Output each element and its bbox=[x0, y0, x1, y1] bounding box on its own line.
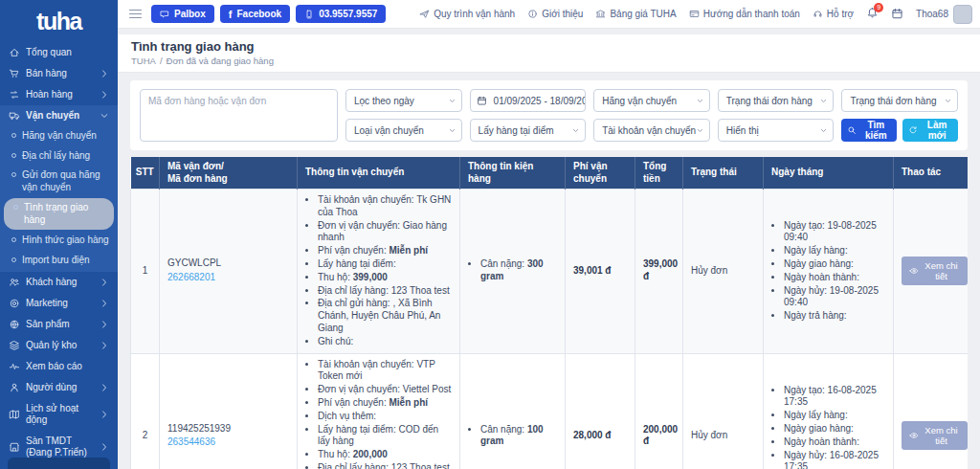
topbar-link-gioi-thieu[interactable]: Giới thiệu bbox=[527, 9, 583, 19]
order-code-link[interactable]: 262668201 bbox=[167, 272, 215, 284]
column-header: STT bbox=[131, 157, 160, 190]
select-value: Trạng thái đơn hàng bbox=[850, 96, 936, 106]
search-button[interactable]: Tìm kiếm bbox=[841, 119, 897, 142]
topbar-link-ho-tro[interactable]: Hỗ trợ bbox=[813, 9, 854, 19]
chevr-icon bbox=[99, 89, 110, 100]
sidebar-item-label: Marketing bbox=[26, 298, 93, 309]
info-line: Phí vận chuyển: Miễn phí bbox=[318, 397, 452, 410]
sidebar-item-label: Người dùng bbox=[26, 382, 93, 393]
sidebar-item-label: Tổng quan bbox=[26, 47, 110, 58]
sidebar-item-label: Sàn TMDT (Đang P.Triển) bbox=[26, 436, 93, 458]
calendar-button[interactable] bbox=[891, 8, 903, 20]
link-label: Bảng giá TUHA bbox=[610, 9, 676, 19]
sidebar-subitem-label: Địa chỉ lấy hàng bbox=[22, 150, 90, 163]
search-button-label: Tìm kiếm bbox=[860, 120, 891, 141]
topbar: PalboxfFacebook03.9557.9557 Quy trình vậ… bbox=[118, 0, 980, 29]
sidebar-item-label: Quản lý kho bbox=[26, 340, 93, 351]
view-details-button[interactable]: Xem chi tiết bbox=[902, 421, 968, 450]
info-line: Cân nặng: 100 gram bbox=[480, 424, 557, 449]
sidebar-footer-panel[interactable] bbox=[8, 458, 110, 469]
topbar-link-bang-gia-tuha[interactable]: Bảng giá TUHA bbox=[595, 9, 676, 19]
select-tai-khoan-van-chuyen[interactable]: Tài khoản vận chuyển bbox=[593, 119, 710, 142]
tuha-logo: tuha bbox=[0, 0, 118, 42]
info-line: Ngày hoàn thành: bbox=[784, 436, 885, 449]
order-code-link[interactable]: 263544636 bbox=[167, 436, 215, 449]
sidebar-item-van-chuyen[interactable]: Vận chuyển bbox=[0, 105, 118, 126]
users-icon bbox=[9, 277, 20, 288]
sidebar-menu: Tổng quanBán hàngHoàn hàngVận chuyểnHãng… bbox=[0, 42, 118, 469]
card-icon bbox=[689, 9, 700, 19]
breadcrumb-root[interactable]: TUHA bbox=[131, 56, 156, 66]
info-line: Đơn vị vận chuyển: Giao hàng nhanh bbox=[318, 220, 452, 245]
cell-shipping-fee: 39,001 đ bbox=[566, 190, 635, 354]
refresh-button[interactable]: Làm mới bbox=[902, 119, 958, 142]
sidebar-item-ban-hang[interactable]: Bán hàng bbox=[0, 63, 118, 84]
phone-button[interactable]: 03.9557.9557 bbox=[296, 5, 386, 23]
user-menu[interactable]: Thoa68 bbox=[916, 5, 972, 24]
cell-total: 399,000 đ bbox=[635, 190, 683, 354]
sidebar-item-tinh-trang-giao-hang[interactable]: Tình trạng giao hàng bbox=[4, 198, 114, 230]
select-loc-theo-ngay[interactable]: Lọc theo ngày bbox=[345, 89, 462, 112]
topbar-link-huong-dan-thanh-toan[interactable]: Hướng dẫn thanh toán bbox=[689, 9, 800, 19]
chev-icon bbox=[944, 97, 952, 105]
circle-bullet-icon bbox=[11, 257, 16, 262]
notifications-button[interactable]: 9 bbox=[866, 7, 879, 21]
sidebar-item-dia-chi-lay-hang[interactable]: Địa chỉ lấy hàng bbox=[0, 146, 118, 167]
sidebar-item-hang-van-chuyen[interactable]: Hãng vận chuyển bbox=[0, 126, 118, 146]
select-hang-van-chuyen[interactable]: Hãng vận chuyển bbox=[593, 89, 710, 112]
info-line: Đơn vị vận chuyển: Viettel Post bbox=[318, 384, 452, 396]
table-body: 1GYCWLCPL262668201Tài khoản vận chuyển: … bbox=[131, 190, 969, 469]
button-label: Palbox bbox=[174, 9, 206, 19]
sidebar-item-hinh-thuc-giao-hang[interactable]: Hình thức giao hàng bbox=[0, 231, 118, 251]
column-header: Phí vận chuyển bbox=[566, 157, 635, 190]
sidebar-item-xem-bao-cao[interactable]: Xem báo cáo bbox=[0, 356, 118, 377]
sidebar-item-import-buu-dien[interactable]: Import bưu điện bbox=[0, 251, 118, 271]
rocket-icon bbox=[419, 9, 430, 19]
view-details-button[interactable]: Xem chi tiết bbox=[902, 257, 968, 285]
facebook-icon: f bbox=[229, 10, 233, 19]
sidebar-group-van-chuyen: Vận chuyểnHãng vận chuyểnĐịa chỉ lấy hàn… bbox=[0, 105, 118, 272]
chev-icon bbox=[448, 97, 457, 105]
search-input[interactable] bbox=[140, 89, 338, 142]
sidebar-item-quan-ly-kho[interactable]: Quản lý kho bbox=[0, 335, 118, 356]
date-range-input[interactable]: 01/09/2025 - 18/09/2025 bbox=[470, 89, 587, 112]
column-header: Thông tin vận chuyển bbox=[298, 157, 460, 190]
sidebar-item-nguoi-dung[interactable]: Người dùng bbox=[0, 377, 118, 398]
select-lay-hang-tai-diem[interactable]: Lấy hàng tại điểm bbox=[470, 119, 587, 142]
info-icon bbox=[527, 9, 538, 19]
topbar-link-quy-trinh-van-hanh[interactable]: Quy trình vận hành bbox=[419, 9, 515, 19]
chevr-icon bbox=[99, 409, 110, 420]
sidebar-item-gui-don-qua-hang-van-chuyen[interactable]: Gửi đơn qua hãng vận chuyển bbox=[0, 166, 118, 197]
sidebar-item-marketing[interactable]: Marketing bbox=[0, 293, 118, 314]
sidebar-item-label: Khách hàng bbox=[26, 277, 93, 288]
hamburger-menu-icon[interactable] bbox=[127, 7, 144, 22]
palbox-button[interactable]: Palbox bbox=[151, 5, 214, 23]
facebook-button[interactable]: fFacebook bbox=[220, 5, 290, 23]
cell-package-info: Cân nặng: 300 gram bbox=[460, 190, 566, 354]
cell-stt: 1 bbox=[131, 190, 160, 354]
sidebar-item-tong-quan[interactable]: Tổng quan bbox=[0, 42, 118, 63]
column-header: Thông tin kiện hàng bbox=[460, 157, 566, 190]
date-range-value: 01/09/2025 - 18/09/2025 bbox=[494, 96, 587, 106]
chevr-icon bbox=[99, 340, 110, 351]
sidebar-item-san-pham[interactable]: Sản phẩm bbox=[0, 314, 118, 335]
sidebar-item-label: Bán hàng bbox=[26, 68, 93, 79]
cell-shipping-info: Tài khoản vận chuyển: Tk GHN của ThoaĐơn… bbox=[298, 190, 460, 354]
select-hien-thi[interactable]: Hiển thị bbox=[718, 119, 835, 142]
select-trang-thai-don-hang-2[interactable]: Trạng thái đơn hàng bbox=[841, 89, 958, 112]
select-value: Loại vận chuyển bbox=[354, 125, 424, 136]
sidebar-item-lich-su-hoat-dong[interactable]: Lịch sử hoạt động bbox=[0, 398, 118, 431]
page-title: Tình trạng giao hàng bbox=[131, 39, 967, 54]
column-header: Ngày tháng bbox=[764, 157, 894, 190]
select-trang-thai-don-hang-1[interactable]: Trạng thái đơn hàng bbox=[718, 89, 835, 112]
chev-icon bbox=[696, 126, 704, 135]
sidebar-item-hoan-hang[interactable]: Hoàn hàng bbox=[0, 84, 118, 105]
sidebar-item-khach-hang[interactable]: Khách hàng bbox=[0, 272, 118, 293]
circle-bullet-icon bbox=[11, 133, 16, 138]
cell-codes: 119425251939263544636 bbox=[160, 353, 298, 469]
select-loai-van-chuyen[interactable]: Loại vận chuyển bbox=[345, 119, 462, 142]
breadcrumb-current: Đơn đã và đang giao hàng bbox=[167, 56, 274, 66]
link-label: Quy trình vận hành bbox=[434, 9, 515, 19]
cell-total: 200,000 đ bbox=[635, 353, 683, 469]
circle-bullet-icon bbox=[11, 172, 16, 177]
